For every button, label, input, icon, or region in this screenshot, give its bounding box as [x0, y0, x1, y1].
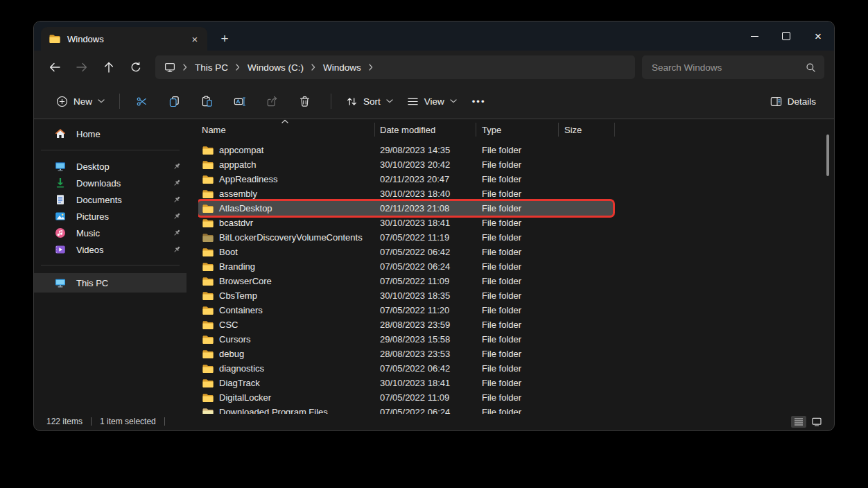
sidebar-item-documents[interactable]: Documents [34, 191, 186, 208]
folder-icon [202, 320, 214, 331]
file-type: File folder [476, 232, 559, 243]
cut-button[interactable] [128, 89, 155, 113]
column-header-type[interactable]: Type [476, 123, 559, 137]
search-box[interactable] [642, 55, 824, 79]
sidebar-item-videos[interactable]: Videos [34, 241, 186, 258]
file-name: AppReadiness [219, 174, 278, 184]
breadcrumb-this-pc[interactable]: This PC [195, 62, 228, 73]
new-tab-button[interactable]: + [214, 28, 235, 49]
new-button[interactable]: New [49, 89, 112, 113]
sidebar-item-pictures[interactable]: Pictures [34, 208, 186, 225]
file-date-modified: 30/10/2023 18:41 [375, 378, 476, 388]
back-button[interactable] [43, 56, 66, 79]
folder-icon [202, 261, 214, 272]
close-button[interactable]: × [802, 21, 834, 51]
tab-title: Windows [67, 34, 180, 44]
sort-button[interactable]: Sort [339, 89, 400, 113]
file-row[interactable]: debug28/08/2023 23:53File folder [198, 347, 834, 361]
column-header-name[interactable]: Name [198, 123, 375, 137]
chevron-right-icon [311, 64, 315, 71]
file-row[interactable]: diagnostics07/05/2022 06:42File folder [198, 361, 834, 376]
file-name: Containers [219, 305, 263, 315]
copy-button[interactable] [160, 89, 188, 113]
videos-icon [55, 244, 66, 255]
up-button[interactable] [97, 56, 120, 79]
view-button[interactable]: View [400, 89, 464, 113]
file-name: Branding [219, 261, 255, 272]
maximize-button[interactable] [770, 21, 802, 51]
forward-button[interactable] [70, 56, 93, 79]
rename-button[interactable] [225, 89, 253, 113]
pin-icon [173, 245, 181, 254]
share-button[interactable] [258, 89, 286, 113]
file-row[interactable]: Cursors29/08/2023 15:58File folder [198, 332, 834, 347]
breadcrumb-windows[interactable]: Windows [323, 62, 361, 73]
paste-button[interactable] [193, 89, 220, 113]
file-date-modified: 29/08/2023 15:58 [375, 334, 476, 345]
details-view-button[interactable] [791, 416, 806, 428]
file-date-modified: 02/11/2023 20:47 [375, 174, 476, 184]
file-date-modified: 07/05/2022 11:19 [375, 232, 476, 243]
file-row[interactable]: Containers07/05/2022 11:20File folder [198, 303, 834, 317]
pictures-icon [55, 211, 66, 222]
search-input[interactable] [650, 62, 806, 73]
more-options-button[interactable]: ••• [464, 89, 494, 113]
pin-icon [173, 195, 181, 204]
sidebar-item-label: Videos [76, 245, 104, 255]
column-header-date-modified[interactable]: Date modified [375, 123, 476, 137]
sidebar-item-label: This PC [76, 278, 108, 288]
close-icon: × [815, 31, 822, 42]
tab-close-button[interactable]: × [186, 31, 203, 47]
file-name: DiagTrack [219, 378, 260, 388]
status-separator [91, 417, 92, 426]
breadcrumb[interactable]: This PC Windows (C:) Windows [155, 55, 635, 79]
file-row[interactable]: DigitalLocker07/05/2022 11:09File folder [198, 390, 834, 405]
sidebar-item-music[interactable]: Music [34, 225, 186, 241]
sidebar-item-home[interactable]: Home [34, 125, 186, 143]
file-row[interactable]: CbsTemp30/10/2023 18:35File folder [198, 288, 834, 303]
documents-icon [55, 194, 66, 205]
refresh-button[interactable] [124, 56, 147, 79]
delete-button[interactable] [290, 89, 318, 113]
file-date-modified: 28/08/2023 23:59 [375, 320, 476, 330]
breadcrumb-windows-c[interactable]: Windows (C:) [248, 62, 304, 73]
file-name: Boot [219, 247, 238, 257]
file-row[interactable]: AtlasDesktop02/11/2023 21:08File folder [198, 201, 834, 216]
details-pane-button[interactable]: Details [763, 89, 823, 113]
file-row[interactable]: AppReadiness02/11/2023 20:47File folder [198, 172, 834, 186]
folder-icon [202, 407, 214, 415]
file-type: File folder [476, 407, 559, 414]
sidebar-item-this-pc[interactable]: This PC [34, 273, 186, 293]
file-row[interactable]: Branding07/05/2022 06:24File folder [198, 259, 834, 274]
file-row[interactable]: apppatch30/10/2023 20:42File folder [198, 157, 834, 172]
content-area: HomeDesktopDownloadsDocumentsPicturesMus… [34, 119, 834, 414]
file-row[interactable]: BitLockerDiscoveryVolumeContents07/05/20… [198, 230, 834, 245]
trash-icon [299, 96, 311, 107]
file-row[interactable]: CSC28/08/2023 23:59File folder [198, 317, 834, 332]
file-date-modified: 29/08/2023 14:35 [375, 145, 476, 155]
file-row[interactable]: bcastdvr30/10/2023 18:41File folder [198, 216, 834, 230]
vertical-scrollbar[interactable] [826, 134, 829, 176]
file-row[interactable]: Downloaded Program Files07/05/2022 06:24… [198, 405, 834, 414]
folder-icon [202, 159, 214, 171]
folder-icon [49, 33, 60, 44]
file-row[interactable]: BrowserCore07/05/2022 11:09File folder [198, 274, 834, 288]
file-type: File folder [476, 305, 559, 315]
column-header-size[interactable]: Size [559, 123, 615, 137]
file-row[interactable]: Boot07/05/2022 06:42File folder [198, 245, 834, 259]
file-row[interactable]: assembly30/10/2023 18:40File folder [198, 186, 834, 201]
thumbnail-view-button[interactable] [809, 416, 824, 428]
arrow-right-icon [76, 62, 87, 73]
file-name: Cursors [219, 334, 251, 345]
pin-icon [173, 179, 181, 187]
file-name: bcastdvr [219, 218, 253, 228]
sidebar-item-desktop[interactable]: Desktop [34, 158, 186, 175]
file-row[interactable]: DiagTrack30/10/2023 18:41File folder [198, 376, 834, 390]
minimize-button[interactable] [738, 21, 770, 51]
file-row[interactable]: appcompat29/08/2023 14:35File folder [198, 143, 834, 157]
sidebar-item-downloads[interactable]: Downloads [34, 175, 186, 191]
explorer-tab-windows[interactable]: Windows × [41, 27, 207, 51]
rename-icon [234, 96, 245, 107]
sort-icon [346, 96, 358, 107]
file-name: BrowserCore [219, 276, 272, 286]
